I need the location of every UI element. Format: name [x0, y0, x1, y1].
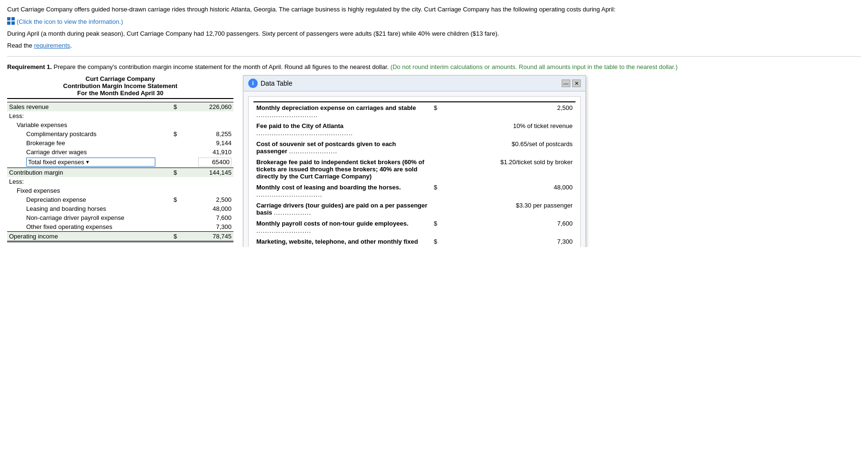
svg-rect-2: [7, 21, 10, 25]
brokerage-label: Brokerage fee: [7, 138, 157, 148]
total-fixed-input[interactable]: 65400: [198, 158, 232, 167]
dropdown-arrow-icon: ▼: [85, 159, 90, 165]
contribution-amount: 144,145: [179, 168, 233, 178]
data-panel-info-icon: i: [248, 79, 258, 88]
data-row-dollar: [431, 138, 440, 157]
click-icon-row[interactable]: (Click the icon to view the information.…: [7, 17, 861, 26]
data-row-label: Carriage drivers (tour guides) are paid …: [253, 200, 431, 218]
data-row-amount: $0.65/set of postcards: [440, 138, 575, 157]
data-row-amount: 10% of ticket revenue: [440, 120, 575, 138]
data-panel-body: Monthly depreciation expense on carriage…: [248, 96, 581, 247]
brokerage-row: Brokerage fee 9,144: [7, 138, 233, 148]
complimentary-dollar: $: [157, 129, 179, 138]
data-row-dollar: $: [431, 102, 440, 120]
data-table-row: Monthly depreciation expense on carriage…: [253, 102, 575, 120]
operating-income-row: Operating income $ 78,745: [7, 232, 233, 242]
data-row-label: Marketing, website, telephone, and other…: [253, 236, 431, 247]
total-fixed-dropdown-cell[interactable]: Total fixed expenses ▼: [7, 157, 157, 168]
data-table-panel: i Data Table — ✕ Monthly depreciation ex…: [243, 75, 586, 247]
data-panel-close-button[interactable]: ✕: [572, 79, 581, 87]
data-table-row: Carriage drivers (tour guides) are paid …: [253, 200, 575, 218]
sales-revenue-label: Sales revenue: [7, 102, 157, 112]
data-row-dollar: $: [431, 182, 440, 200]
statement-period: For the Month Ended April 30: [7, 89, 233, 99]
data-panel-header-left: i Data Table: [248, 79, 293, 88]
intro-paragraph1: Curt Carriage Company offers guided hors…: [7, 5, 861, 14]
carriage-wages-row: Carriage driver wages 41,910: [7, 148, 233, 157]
data-row-label: Monthly cost of leasing and boarding the…: [253, 182, 431, 200]
total-fixed-amount-cell[interactable]: 65400: [179, 157, 233, 168]
data-row-label: Monthly payroll costs of non-tour guide …: [253, 218, 431, 236]
company-name: Curt Carriage Company: [7, 75, 233, 82]
less-fixed-row: Less:: [7, 177, 233, 186]
data-row-dollar: [431, 120, 440, 138]
data-row-label: Monthly depreciation expense on carriage…: [253, 102, 431, 120]
read-requirements-row: Read the requirements.: [7, 41, 861, 50]
data-row-amount: $1.20/ticket sold by broker: [440, 157, 575, 182]
operating-income-label: Operating income: [7, 232, 157, 242]
depreciation-dollar: $: [157, 195, 179, 204]
carriage-wages-amount: 41,910: [179, 148, 233, 157]
sales-revenue-row: Sales revenue $ 226,060: [7, 102, 233, 112]
data-row-dollar: [431, 157, 440, 182]
data-row-amount: 7,600: [440, 218, 575, 236]
data-panel-title: Data Table: [261, 79, 293, 87]
data-content-table: Monthly depreciation expense on carriage…: [253, 101, 575, 247]
data-row-amount: 48,000: [440, 182, 575, 200]
data-row-dollar: $: [431, 236, 440, 247]
less-label: Less:: [7, 111, 157, 120]
intro-paragraph2: During April (a month during peak season…: [7, 29, 861, 39]
data-row-dollar: $: [431, 218, 440, 236]
other-fixed-row: Other fixed operating expenses 7,300: [7, 222, 233, 232]
total-fixed-label: Total fixed expenses: [28, 158, 84, 166]
data-table-row: Monthly cost of leasing and boarding the…: [253, 182, 575, 200]
data-row-label: Fee paid to the City of Atlanta ........…: [253, 120, 431, 138]
grid-icon: [7, 17, 15, 26]
fixed-expenses-header-row: Fixed expenses: [7, 186, 233, 195]
data-row-dollar: [431, 200, 440, 218]
brokerage-amount: 9,144: [179, 138, 233, 148]
panels-container: i Data Table — ✕ Monthly depreciation ex…: [243, 75, 586, 247]
data-table-row: Brokerage fee paid to independent ticket…: [253, 157, 575, 182]
income-statement: Curt Carriage Company Contribution Margi…: [7, 75, 233, 242]
total-fixed-dropdown[interactable]: Total fixed expenses ▼: [26, 158, 155, 167]
less-fixed-label: Less:: [7, 177, 157, 186]
data-panel-header: i Data Table — ✕: [243, 76, 585, 91]
total-fixed-row: Total fixed expenses ▼ 65400: [7, 157, 233, 168]
contribution-margin-label: Contribution margin: [7, 168, 157, 178]
data-table-row: Fee paid to the City of Atlanta ........…: [253, 120, 575, 138]
requirement-text: Requirement 1. Prepare the company's con…: [7, 62, 861, 72]
contribution-margin-row: Contribution margin $ 144,145: [7, 168, 233, 178]
depreciation-amount: 2,500: [179, 195, 233, 204]
data-row-amount: $3.30 per passenger: [440, 200, 575, 218]
data-panel-controls[interactable]: — ✕: [562, 79, 581, 87]
contribution-dollar: $: [157, 168, 179, 178]
complimentary-row: Complimentary postcards $ 8,255: [7, 129, 233, 138]
statement-name: Contribution Margin Income Statement: [7, 82, 233, 89]
sales-amount: 226,060: [179, 102, 233, 112]
requirements-link[interactable]: requirements: [34, 42, 70, 49]
svg-rect-3: [11, 21, 15, 25]
carriage-wages-label: Carriage driver wages: [7, 148, 157, 157]
other-fixed-amount: 7,300: [179, 222, 233, 232]
operating-dollar: $: [157, 232, 179, 242]
fixed-expenses-label: Fixed expenses: [7, 186, 157, 195]
svg-rect-1: [11, 17, 15, 20]
depreciation-row: Depreciation expense $ 2,500: [7, 195, 233, 204]
click-icon-text: (Click the icon to view the information.…: [17, 18, 123, 25]
non-carriage-label: Non-carriage driver payroll expense: [7, 213, 157, 222]
data-panel-minimize-button[interactable]: —: [562, 79, 570, 87]
non-carriage-row: Non-carriage driver payroll expense 7,60…: [7, 213, 233, 222]
depreciation-label: Depreciation expense: [7, 195, 157, 204]
variable-expenses-header-row: Variable expenses: [7, 120, 233, 129]
less-variable-row: Less:: [7, 111, 233, 120]
leasing-label: Leasing and boarding horses: [7, 204, 157, 213]
operating-amount: 78,745: [179, 232, 233, 242]
leasing-amount: 48,000: [179, 204, 233, 213]
divider: [7, 56, 861, 57]
data-row-amount: 7,300: [440, 236, 575, 247]
main-layout: Curt Carriage Company Contribution Margi…: [7, 75, 861, 242]
variable-expenses-label: Variable expenses: [7, 120, 157, 129]
data-table-row: Monthly payroll costs of non-tour guide …: [253, 218, 575, 236]
complimentary-label: Complimentary postcards: [7, 129, 157, 138]
